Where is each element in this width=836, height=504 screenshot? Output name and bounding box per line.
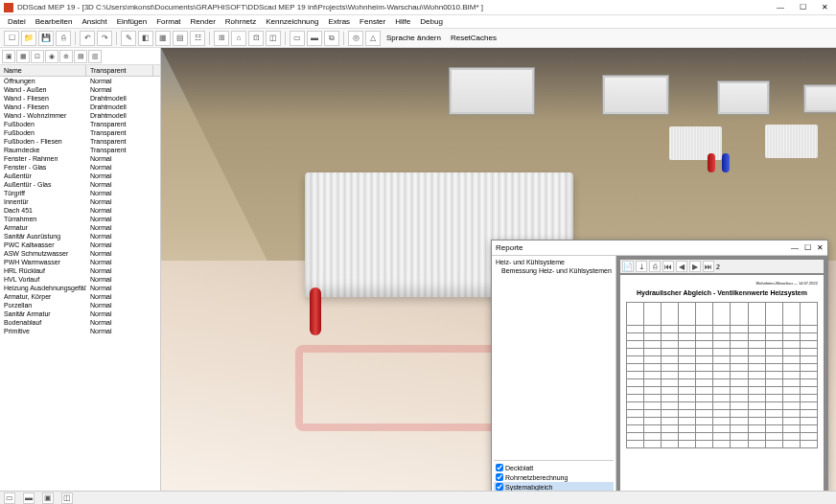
tool-icon[interactable]: ▦ <box>155 31 171 46</box>
menu-ansicht[interactable]: Ansicht <box>78 17 110 26</box>
tool-icon[interactable]: ▬ <box>307 31 322 46</box>
tool-icon[interactable]: ☷ <box>190 31 205 46</box>
tool-icon[interactable]: ◧ <box>138 31 153 46</box>
side-tool-icon[interactable]: ⊡ <box>31 50 44 63</box>
tool-icon[interactable]: ⌂ <box>231 31 246 46</box>
layer-row[interactable]: HRL RücklaufNormal <box>0 266 160 275</box>
tree-root[interactable]: Heiz- und Kühlsysteme <box>494 258 614 266</box>
tool-icon[interactable]: △ <box>365 31 381 46</box>
layer-row[interactable]: Wand - AußenNormal <box>0 85 160 94</box>
report-panel[interactable]: Reporte — ☐ ✕ Heiz- und Kühlsysteme Beme… <box>491 240 828 491</box>
layer-row[interactable]: PWC KaltwasserNormal <box>0 241 160 249</box>
language-button[interactable]: Sprache ändern <box>383 34 445 42</box>
layer-row[interactable]: RaumdeckeTransparent <box>0 146 160 154</box>
maximize-button[interactable]: ☐ <box>796 3 810 11</box>
layer-row[interactable]: FußbodenTransparent <box>0 128 160 137</box>
status-icon[interactable]: ◫ <box>61 493 73 504</box>
tool-icon[interactable]: ✎ <box>121 31 136 46</box>
side-tool-icon[interactable]: ▥ <box>88 50 102 63</box>
layer-row[interactable]: Fußboden - FliesenTransparent <box>0 137 160 146</box>
layer-row[interactable]: ÖffnungenNormal <box>0 77 160 85</box>
menu-format[interactable]: Format <box>152 17 184 26</box>
layer-row[interactable]: Heizung AusdehnungsgefäßNormal <box>0 284 160 292</box>
tool-icon[interactable]: ◎ <box>348 31 363 46</box>
tool-icon[interactable]: ▤ <box>173 31 188 46</box>
reset-caches-button[interactable]: ResetCaches <box>447 34 500 42</box>
nav-last-icon[interactable]: ⏭ <box>703 261 714 272</box>
layer-row[interactable]: PrimitiveNormal <box>0 327 160 335</box>
layer-row[interactable]: Außentür - GlasNormal <box>0 180 160 189</box>
status-icon[interactable]: ▣ <box>42 493 54 504</box>
3d-viewport[interactable]: Reporte — ☐ ✕ Heiz- und Kühlsysteme Beme… <box>161 48 836 491</box>
layer-row[interactable]: Armatur, KörperNormal <box>0 292 160 301</box>
layer-row[interactable]: Fenster - GlasNormal <box>0 163 160 172</box>
tool-icon[interactable]: ⊡ <box>248 31 264 46</box>
layer-row[interactable]: BodenablaufNormal <box>0 318 160 327</box>
redo-icon[interactable]: ↷ <box>97 31 112 46</box>
menu-extras[interactable]: Extras <box>324 17 354 26</box>
report-check[interactable]: Rohrnetzberechnung <box>494 472 614 482</box>
layer-row[interactable]: ArmaturNormal <box>0 223 160 232</box>
layer-row[interactable]: PorzellanNormal <box>0 301 160 309</box>
menu-fenster[interactable]: Fenster <box>356 17 389 26</box>
open-icon[interactable]: 📁 <box>21 31 36 46</box>
doc-pdf-icon[interactable]: 📄 <box>622 261 634 272</box>
menu-kennzeichnung[interactable]: Kennzeichnung <box>262 17 322 26</box>
nav-first-icon[interactable]: ⏮ <box>662 261 674 272</box>
tool-icon[interactable]: ⧉ <box>324 31 339 46</box>
layer-row[interactable]: Wand - FliesenDrahtmodell <box>0 94 160 103</box>
layer-row[interactable]: HVL VorlaufNormal <box>0 275 160 284</box>
doc-print-icon[interactable]: ⎙ <box>649 261 661 272</box>
layer-row[interactable]: TürrahmenNormal <box>0 215 160 223</box>
col-name[interactable]: Name <box>0 65 86 76</box>
menu-datei[interactable]: Datei <box>4 17 30 26</box>
new-icon[interactable]: ☐ <box>4 31 19 46</box>
layer-row[interactable]: Wand - WohnzimmerDrahtmodell <box>0 111 160 120</box>
tool-icon[interactable]: ▭ <box>290 31 305 46</box>
report-check[interactable]: Deckblatt <box>494 463 614 472</box>
nav-prev-icon[interactable]: ◀ <box>676 261 687 272</box>
layer-row[interactable]: Dach 451Normal <box>0 206 160 215</box>
status-icon[interactable]: ▭ <box>4 493 15 504</box>
menu-debug[interactable]: Debug <box>416 17 447 26</box>
tree-item[interactable]: Bemessung Heiz- und Kühlsystemen <box>494 266 614 275</box>
layer-table[interactable]: Name Transparent ÖffnungenNormalWand - A… <box>0 65 160 491</box>
minimize-button[interactable]: — <box>773 3 788 11</box>
side-tool-icon[interactable]: ▣ <box>2 50 15 63</box>
menu-bar: DateiBearbeitenAnsichtEinfügenFormatRend… <box>0 15 836 29</box>
status-icon[interactable]: ▬ <box>23 493 35 504</box>
close-button[interactable]: ✕ <box>818 3 832 11</box>
col-transparent[interactable]: Transparent <box>86 65 153 76</box>
layer-row[interactable]: Sanitär AusrüstungNormal <box>0 232 160 241</box>
layer-row[interactable]: Sanitär ArmaturNormal <box>0 309 160 318</box>
menu-einfügen[interactable]: Einfügen <box>113 17 151 26</box>
layer-row[interactable]: FußbodenTransparent <box>0 120 160 128</box>
layer-row[interactable]: InnentürNormal <box>0 197 160 206</box>
print-icon[interactable]: ⎙ <box>56 31 71 46</box>
tool-icon[interactable]: ⊞ <box>214 31 229 46</box>
layer-row[interactable]: TürgriffNormal <box>0 189 160 197</box>
menu-render[interactable]: Render <box>187 17 220 26</box>
side-tool-icon[interactable]: ▦ <box>16 50 30 63</box>
report-close-button[interactable]: ✕ <box>817 243 824 252</box>
side-tool-icon[interactable]: ▤ <box>74 50 87 63</box>
nav-next-icon[interactable]: ▶ <box>689 261 701 272</box>
layer-row[interactable]: AußentürNormal <box>0 172 160 180</box>
layer-row[interactable]: Fenster - RahmenNormal <box>0 154 160 163</box>
report-minimize-button[interactable]: — <box>791 243 799 252</box>
report-check[interactable]: Systemabgleich <box>494 482 614 491</box>
menu-rohrnetz[interactable]: Rohrnetz <box>221 17 260 26</box>
save-icon[interactable]: 💾 <box>38 31 54 46</box>
menu-bearbeiten[interactable]: Bearbeiten <box>32 17 77 26</box>
report-maximize-button[interactable]: ☐ <box>804 243 811 252</box>
layer-row[interactable]: PWH WarmwasserNormal <box>0 258 160 266</box>
layer-row[interactable]: Wand - FliesenDrahtmodell <box>0 103 160 111</box>
doc-export-icon[interactable]: ⤓ <box>636 261 647 272</box>
side-tool-icon[interactable]: ⊕ <box>59 50 73 63</box>
tool-icon[interactable]: ◫ <box>266 31 281 46</box>
menu-hilfe[interactable]: Hilfe <box>391 17 414 26</box>
undo-icon[interactable]: ↶ <box>80 31 95 46</box>
report-tree[interactable]: Heiz- und Kühlsysteme Bemessung Heiz- un… <box>492 256 616 491</box>
side-tool-icon[interactable]: ◉ <box>45 50 58 63</box>
layer-row[interactable]: ASW SchmutzwasserNormal <box>0 249 160 258</box>
